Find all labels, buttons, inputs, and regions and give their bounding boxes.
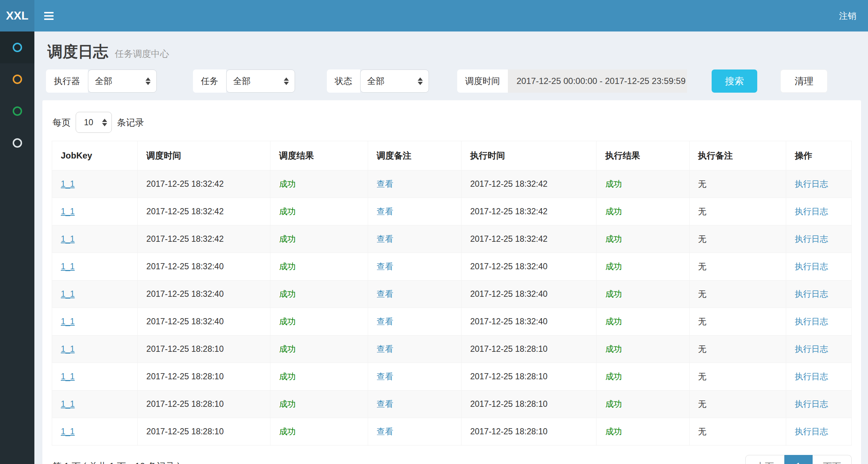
status-filter-group: 状态 全部 bbox=[327, 69, 429, 93]
col-header-trigger-result: 调度结果 bbox=[270, 141, 368, 170]
trigger-msg-link[interactable]: 查看 bbox=[377, 344, 393, 354]
jobkey-link[interactable]: 1_1 bbox=[61, 372, 75, 381]
trigger-time-cell: 2017-12-25 18:32:42 bbox=[138, 170, 270, 198]
table-row: 1_1 2017-12-25 18:28:10 成功 查看 2017-12-25… bbox=[52, 418, 852, 446]
execution-log-link[interactable]: 执行日志 bbox=[795, 372, 828, 381]
executor-select[interactable]: 全部 bbox=[88, 69, 157, 93]
status-select[interactable]: 全部 bbox=[360, 69, 429, 93]
job-filter-label: 任务 bbox=[193, 69, 226, 93]
col-header-handle-result: 执行结果 bbox=[597, 141, 689, 170]
handle-time-cell: 2017-12-25 18:28:10 bbox=[461, 418, 596, 446]
sidebar-item-1[interactable] bbox=[0, 31, 34, 63]
col-header-handle-msg: 执行备注 bbox=[689, 141, 786, 170]
job-select-value: 全部 bbox=[233, 75, 250, 87]
handle-time-cell: 2017-12-25 18:32:42 bbox=[461, 170, 596, 198]
select-arrows-icon bbox=[284, 77, 289, 85]
handle-result-cell: 成功 bbox=[597, 225, 689, 253]
jobkey-link[interactable]: 1_1 bbox=[61, 427, 75, 436]
jobkey-link[interactable]: 1_1 bbox=[61, 399, 75, 409]
trigger-time-cell: 2017-12-25 18:32:40 bbox=[138, 280, 270, 308]
jobkey-link[interactable]: 1_1 bbox=[61, 179, 75, 189]
page-length-prefix: 每页 bbox=[52, 117, 71, 128]
trigger-result-cell: 成功 bbox=[270, 418, 368, 446]
handle-msg-cell: 无 bbox=[689, 308, 786, 336]
trigger-result-cell: 成功 bbox=[270, 363, 368, 391]
execution-log-link[interactable]: 执行日志 bbox=[795, 427, 828, 436]
trigger-result-cell: 成功 bbox=[270, 253, 368, 280]
execution-log-link[interactable]: 执行日志 bbox=[795, 234, 828, 244]
table-row: 1_1 2017-12-25 18:32:42 成功 查看 2017-12-25… bbox=[52, 225, 852, 253]
jobkey-link[interactable]: 1_1 bbox=[61, 207, 75, 216]
page-title: 调度日志 bbox=[47, 43, 108, 60]
trigger-result-cell: 成功 bbox=[270, 308, 368, 336]
trigger-msg-link[interactable]: 查看 bbox=[377, 234, 393, 244]
trigger-msg-link[interactable]: 查看 bbox=[377, 289, 393, 299]
pager: 上页 1 下页 bbox=[745, 455, 852, 464]
execution-log-link[interactable]: 执行日志 bbox=[795, 289, 828, 299]
search-button[interactable]: 搜索 bbox=[712, 69, 757, 93]
trigger-result-cell: 成功 bbox=[270, 225, 368, 253]
trigger-result-cell: 成功 bbox=[270, 280, 368, 308]
trigger-time-cell: 2017-12-25 18:32:42 bbox=[138, 225, 270, 253]
table-row: 1_1 2017-12-25 18:28:10 成功 查看 2017-12-25… bbox=[52, 336, 852, 363]
col-header-trigger-msg: 调度备注 bbox=[368, 141, 461, 170]
page-length-select[interactable]: 10 bbox=[76, 112, 112, 133]
jobkey-link[interactable]: 1_1 bbox=[61, 234, 75, 244]
trigger-msg-link[interactable]: 查看 bbox=[377, 207, 393, 216]
trigger-msg-link[interactable]: 查看 bbox=[377, 179, 393, 189]
execution-log-link[interactable]: 执行日志 bbox=[795, 317, 828, 326]
trigger-time-cell: 2017-12-25 18:32:40 bbox=[138, 253, 270, 280]
status-filter-label: 状态 bbox=[327, 69, 360, 93]
execution-log-link[interactable]: 执行日志 bbox=[795, 207, 828, 216]
trigger-msg-link[interactable]: 查看 bbox=[377, 262, 393, 271]
sidebar-item-2[interactable] bbox=[0, 63, 34, 95]
handle-result-cell: 成功 bbox=[597, 336, 689, 363]
job-select[interactable]: 全部 bbox=[226, 69, 295, 93]
trigger-time-cell: 2017-12-25 18:28:10 bbox=[138, 363, 270, 391]
handle-time-cell: 2017-12-25 18:28:10 bbox=[461, 336, 596, 363]
jobkey-link[interactable]: 1_1 bbox=[61, 317, 75, 326]
trigger-time-cell: 2017-12-25 18:28:10 bbox=[138, 336, 270, 363]
executor-select-value: 全部 bbox=[95, 75, 112, 87]
handle-time-cell: 2017-12-25 18:32:40 bbox=[461, 253, 596, 280]
execution-log-link[interactable]: 执行日志 bbox=[795, 399, 828, 409]
logout-link[interactable]: 注销 bbox=[827, 0, 868, 31]
execution-log-link[interactable]: 执行日志 bbox=[795, 179, 828, 189]
clear-button[interactable]: 清理 bbox=[780, 69, 827, 93]
sidebar bbox=[0, 31, 34, 464]
prev-page-button[interactable]: 上页 bbox=[745, 455, 784, 464]
jobkey-link[interactable]: 1_1 bbox=[61, 289, 75, 299]
handle-result-cell: 成功 bbox=[597, 253, 689, 280]
page-length-value: 10 bbox=[84, 118, 93, 127]
trigger-result-cell: 成功 bbox=[270, 336, 368, 363]
trigger-msg-link[interactable]: 查看 bbox=[377, 399, 393, 409]
execution-log-link[interactable]: 执行日志 bbox=[795, 262, 828, 271]
handle-msg-cell: 无 bbox=[689, 363, 786, 391]
sidebar-toggle-icon[interactable] bbox=[34, 0, 63, 31]
handle-msg-cell: 无 bbox=[689, 198, 786, 225]
handle-time-cell: 2017-12-25 18:32:42 bbox=[461, 198, 596, 225]
table-row: 1_1 2017-12-25 18:32:40 成功 查看 2017-12-25… bbox=[52, 253, 852, 280]
execution-log-link[interactable]: 执行日志 bbox=[795, 344, 828, 354]
circle-icon bbox=[13, 75, 22, 84]
handle-result-cell: 成功 bbox=[597, 280, 689, 308]
sidebar-item-4[interactable] bbox=[0, 127, 34, 159]
next-page-button[interactable]: 下页 bbox=[813, 455, 852, 464]
log-table-panel: 每页 10 条记录 JobKey 调度时间 调度结果 调度备注 执行时间 执行结… bbox=[42, 100, 861, 464]
page-1-button[interactable]: 1 bbox=[784, 455, 813, 464]
page-length-control: 每页 10 条记录 bbox=[52, 110, 852, 141]
handle-msg-cell: 无 bbox=[689, 170, 786, 198]
jobkey-link[interactable]: 1_1 bbox=[61, 262, 75, 271]
trigger-msg-link[interactable]: 查看 bbox=[377, 427, 393, 436]
trigger-msg-link[interactable]: 查看 bbox=[377, 372, 393, 381]
content-area: 调度日志 任务调度中心 执行器 全部 任务 全部 状态 全部 bbox=[34, 31, 868, 464]
handle-result-cell: 成功 bbox=[597, 198, 689, 225]
select-arrows-icon bbox=[146, 77, 151, 85]
jobkey-link[interactable]: 1_1 bbox=[61, 344, 75, 354]
time-range-input[interactable]: 2017-12-25 00:00:00 - 2017-12-25 23:59:5… bbox=[508, 69, 687, 93]
trigger-time-cell: 2017-12-25 18:32:40 bbox=[138, 308, 270, 336]
sidebar-item-3[interactable] bbox=[0, 95, 34, 127]
app-logo[interactable]: XXL bbox=[0, 0, 34, 31]
handle-msg-cell: 无 bbox=[689, 225, 786, 253]
trigger-msg-link[interactable]: 查看 bbox=[377, 317, 393, 326]
